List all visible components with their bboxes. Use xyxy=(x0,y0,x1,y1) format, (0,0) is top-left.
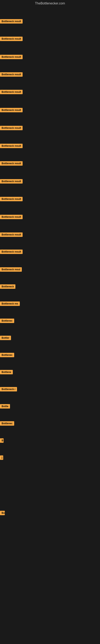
bottleneck-badge[interactable]: Bottleneck r xyxy=(0,387,17,392)
list-item: Bottleneck result xyxy=(0,19,23,24)
list-item: Bottlenec xyxy=(0,318,14,324)
list-item: Bottleneck r xyxy=(0,387,17,392)
list-item: Bo xyxy=(0,511,5,516)
bottleneck-badge[interactable]: Bottleneck result xyxy=(0,55,23,59)
list-item: Bottleneck result xyxy=(0,37,23,42)
list-item: Bottleneck result xyxy=(0,161,23,166)
list-item: Bottleneck result xyxy=(0,144,23,149)
bottleneck-badge[interactable]: Bottlenec xyxy=(0,318,14,323)
list-item: Bottlenec xyxy=(0,421,14,426)
list-item: Bottleneck result xyxy=(0,126,23,131)
bottleneck-badge[interactable]: Bottleneck result xyxy=(0,72,23,77)
bottleneck-badge[interactable]: Bottlene xyxy=(0,370,13,374)
bottleneck-badge[interactable]: Bottlenec xyxy=(0,353,14,357)
bottleneck-badge[interactable]: Bottleneck result xyxy=(0,179,23,184)
list-item: Bottleneck result xyxy=(0,90,23,95)
list-item: Bottlenec xyxy=(0,353,14,358)
bottleneck-badge[interactable]: Bottleneck result xyxy=(0,232,23,237)
site-title: TheBottlenecker.com xyxy=(0,0,100,8)
bottleneck-badge[interactable]: Bottleneck result xyxy=(0,197,23,201)
list-item: | xyxy=(0,456,3,461)
list-item: Bottleneck result xyxy=(0,215,23,220)
bottleneck-badge[interactable]: Bottler xyxy=(0,336,11,340)
list-item: Bottlene xyxy=(0,370,13,375)
bottleneck-badge[interactable]: Bottleneck res xyxy=(0,302,20,306)
bottleneck-badge[interactable]: Bottleneck result xyxy=(0,215,23,219)
list-item: Bottleneck result xyxy=(0,108,23,113)
bottleneck-badge[interactable]: Bottleneck result xyxy=(0,126,23,130)
list-item: Bottleneck result xyxy=(0,197,23,202)
bottleneck-badge[interactable]: Bottleneck result xyxy=(0,90,23,94)
bottleneck-badge[interactable]: B xyxy=(0,438,3,443)
list-item: Bottleneck result xyxy=(0,72,23,78)
bottleneck-list: Bottleneck resultBottleneck resultBottle… xyxy=(0,8,100,644)
list-item: Bottle xyxy=(0,404,10,409)
bottleneck-badge[interactable]: Bottleneck result xyxy=(0,250,23,254)
list-item: Bottleneck result xyxy=(0,232,23,238)
list-item: Bottleneck result xyxy=(0,179,23,184)
bottleneck-badge[interactable]: Bottleneck result xyxy=(0,144,23,148)
list-item: Bottler xyxy=(0,336,11,341)
list-item: B xyxy=(0,438,3,444)
bottleneck-badge[interactable]: Bottleneck xyxy=(0,284,15,289)
list-item: Bottleneck res xyxy=(0,302,20,307)
bottleneck-badge[interactable]: Bottleneck result xyxy=(0,37,23,41)
list-item: Bottleneck resul xyxy=(0,267,22,272)
bottleneck-badge[interactable]: Bottleneck result xyxy=(0,161,23,166)
bottleneck-badge[interactable]: Bottlenec xyxy=(0,421,14,426)
bottleneck-badge[interactable]: Bo xyxy=(0,511,5,515)
bottleneck-badge[interactable]: | xyxy=(0,456,3,460)
bottleneck-badge[interactable]: Bottleneck result xyxy=(0,19,23,24)
list-item: Bottleneck xyxy=(0,284,15,290)
bottleneck-badge[interactable]: Bottle xyxy=(0,404,10,408)
bottleneck-badge[interactable]: Bottleneck result xyxy=(0,108,23,112)
list-item: Bottleneck result xyxy=(0,55,23,60)
bottleneck-badge[interactable]: Bottleneck resul xyxy=(0,267,22,272)
list-item: Bottleneck result xyxy=(0,250,23,255)
